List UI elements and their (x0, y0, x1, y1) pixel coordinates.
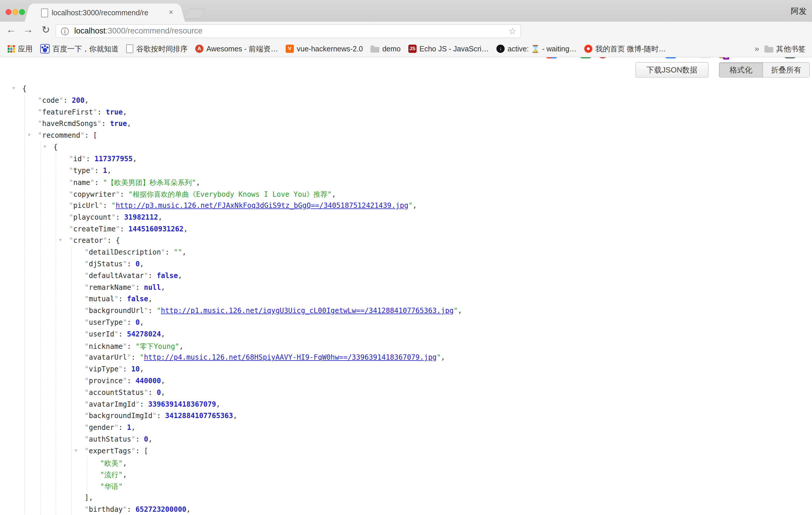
json-line: ▼"creator": { (0, 235, 812, 247)
indent-guide (40, 457, 40, 469)
indent-guide (56, 341, 56, 352)
indent-guide (87, 469, 87, 481)
bookmark-vue-hackernews[interactable]: Vvue-hackernews-2.0 (286, 45, 363, 53)
reload-button[interactable]: ↻ (39, 24, 53, 35)
indent-guide (40, 212, 40, 224)
page-info-icon[interactable]: ⓘ (61, 26, 69, 37)
indent-guide (25, 235, 25, 247)
json-quote: " (90, 167, 94, 175)
indent-guide (56, 224, 56, 235)
other-bookmarks-button[interactable]: 其他书签 (764, 44, 806, 54)
json-url-link[interactable]: http://p4.music.126.net/68HSpiyAAVY-HI9-… (144, 353, 437, 362)
indent-guide (56, 317, 56, 329)
bookmark-apps[interactable]: 应用 (8, 44, 33, 54)
bookmark-echo-js[interactable]: JSEcho JS - JavaScri… (408, 45, 489, 53)
json-token: : (135, 447, 144, 455)
json-token: : (148, 307, 157, 315)
json-quote: " (85, 353, 89, 362)
json-line: "haveRcmdSongs": true, (0, 118, 812, 130)
bookmark-awesomes[interactable]: AAwesomes - 前端资… (195, 44, 278, 54)
tab-close-icon[interactable]: × (169, 8, 173, 17)
json-quote: " (85, 318, 89, 326)
browser-tab[interactable]: localhost:3000/recommend/re × (31, 3, 179, 22)
indent-guide (25, 341, 25, 352)
bookmark-google-sorted[interactable]: 谷歌按时间排序 (126, 44, 187, 54)
json-quote: " (38, 119, 42, 128)
json-token: , (458, 307, 462, 315)
json-token: , (140, 260, 144, 268)
bookmark-demo[interactable]: demo (371, 45, 401, 53)
indent-guide (40, 446, 40, 457)
json-url-link[interactable]: http://p3.music.126.net/FJAxNkFoq3dGiS9t… (116, 201, 408, 210)
indent-guide (40, 235, 40, 247)
bookmark-label: demo (382, 45, 401, 53)
json-token: avatarImgId (89, 400, 135, 408)
json-line: "createTime": 1445160931262, (0, 224, 812, 235)
indent-guide (40, 481, 40, 492)
json-url-link[interactable]: http://p1.music.126.net/iqygU3Uicg_cL00I… (161, 307, 454, 315)
bookmark-star-icon[interactable]: ☆ (509, 26, 516, 36)
back-button[interactable]: ← (4, 24, 18, 35)
json-quote: " (131, 283, 135, 291)
indent-guide (25, 399, 25, 411)
json-token: type (73, 167, 90, 175)
json-token: [ (144, 447, 148, 455)
new-tab-button[interactable] (183, 9, 206, 19)
json-quote: " (85, 389, 89, 397)
json-line-content: "nickname": "零下Young", (85, 342, 183, 351)
tab-title: localhost:3000/recommend/re (52, 8, 168, 17)
download-json-button[interactable]: 下载JSON数据 (636, 62, 708, 78)
json-line: "remarkName": null, (0, 282, 812, 294)
collapse-toggle-icon[interactable]: ▼ (44, 144, 46, 149)
indent-guide (25, 212, 25, 224)
json-quote: " (144, 271, 148, 280)
json-token: , (441, 353, 445, 362)
indent-guide (56, 457, 56, 469)
url-bar[interactable]: ⓘ localhost:3000/recommend/resource ☆ (56, 24, 521, 38)
weibo-icon (584, 45, 592, 53)
indent-guide (25, 317, 25, 329)
json-quote: " (93, 108, 97, 116)
json-token: : (127, 377, 136, 385)
indent-guide (40, 259, 40, 270)
zoom-window-button[interactable] (19, 9, 25, 15)
json-quote: " (85, 423, 89, 432)
minimize-window-button[interactable] (12, 9, 18, 15)
collapse-toggle-icon[interactable]: ▼ (12, 85, 15, 91)
indent-guide (56, 247, 56, 259)
json-line: "avatarImgId": 3396391418367079, (0, 399, 812, 411)
json-token: , (332, 190, 336, 199)
format-button[interactable]: 格式化 (719, 62, 763, 77)
bookmark-weibo-home[interactable]: 我的首页 微博-随时… (584, 44, 666, 54)
json-token: , (123, 108, 127, 116)
json-token: , (178, 271, 182, 280)
collapse-toggle-icon[interactable]: ▼ (59, 237, 62, 242)
json-line: "djStatus": 0, (0, 259, 812, 270)
bookmarks-overflow-chevron[interactable]: » (754, 44, 759, 53)
forward-button[interactable]: → (21, 24, 35, 35)
collapse-toggle-icon[interactable]: ▼ (28, 132, 31, 137)
collapse-all-button[interactable]: 折叠所有 (763, 62, 809, 77)
collapse-toggle-icon[interactable]: ▼ (75, 448, 77, 453)
indent-guide (40, 375, 40, 387)
json-line-content: "mutual": false, (85, 295, 152, 303)
json-line-content: "remarkName": null, (85, 283, 165, 291)
json-line-content: "recommend": [ (38, 131, 97, 140)
indent-guide (40, 270, 40, 282)
json-value-number: 1445160931262 (128, 225, 183, 233)
indent-guide (40, 153, 40, 165)
json-line: ], (0, 492, 812, 504)
json-token: , (161, 377, 165, 385)
json-line-content: "name": "【欧美男团】秒杀耳朵系列", (69, 178, 200, 187)
json-token: , (85, 96, 89, 105)
indent-guide (25, 142, 25, 153)
json-line-content: "avatarUrl": "http://p4.music.126.net/68… (85, 353, 445, 362)
json-line: "nickname": "零下Young", (0, 341, 812, 352)
close-window-button[interactable] (6, 9, 11, 15)
bookmark-label: Awesomes - 前端资… (206, 44, 278, 54)
profile-name[interactable]: 阿发 (791, 6, 807, 17)
bookmark-active-waiting[interactable]: ↓active: ⌛ - waiting… (496, 45, 577, 53)
json-line: "avatarUrl": "http://p4.music.126.net/68… (0, 352, 812, 364)
json-token: : (148, 389, 157, 397)
bookmark-baidu[interactable]: 百度一下，你就知道 (40, 44, 119, 54)
